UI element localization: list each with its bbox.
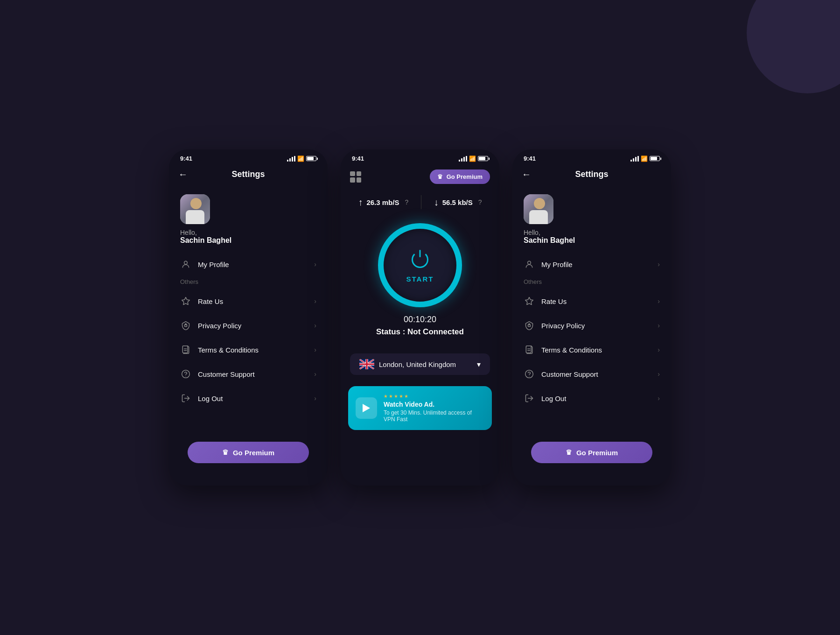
time-middle: 9:41: [352, 155, 364, 162]
terms-label-left: Terms & Conditions: [198, 346, 314, 354]
upload-speed: ↑ 26.3 mb/S ?: [358, 195, 408, 209]
star-5: ★: [404, 394, 408, 399]
settings-title-left: Settings: [231, 169, 265, 179]
shield-icon-left: [180, 320, 191, 331]
profile-section-right: Hello, Sachin Baghel: [512, 187, 671, 252]
go-premium-button-right[interactable]: ♛ Go Premium: [531, 442, 652, 463]
privacy-policy-label-left: Privacy Policy: [198, 322, 314, 330]
chevron-icon-left-profile: ›: [314, 261, 316, 268]
go-premium-label-left: Go Premium: [233, 449, 274, 457]
svg-point-11: [528, 261, 531, 264]
chevron-icon-left-terms: ›: [314, 346, 316, 353]
upload-speed-value: 26.3 mb/S: [366, 198, 399, 206]
my-profile-label-left: My Profile: [198, 261, 314, 268]
svg-rect-15: [526, 346, 531, 353]
wifi-icon-left: 📶: [297, 155, 304, 162]
ad-banner[interactable]: ★ ★ ★ ★ ★ Watch Video Ad. To get 30 Mins…: [348, 386, 492, 430]
settings-header-left: ← Settings: [169, 166, 328, 187]
go-premium-button-left[interactable]: ♛ Go Premium: [188, 442, 309, 463]
dropdown-arrow-icon: ▾: [477, 360, 481, 369]
wifi-icon-right: 📶: [641, 155, 648, 162]
download-speed: ↓ 56.5 kb/S ?: [434, 195, 482, 209]
power-button-inner: START: [406, 248, 434, 283]
my-profile-label-right: My Profile: [541, 261, 658, 268]
menu-item-my-profile-left[interactable]: My Profile ›: [169, 252, 328, 276]
go-premium-label-right: Go Premium: [576, 449, 618, 457]
star-icon-left: [180, 296, 191, 307]
menu-item-support-right[interactable]: Customer Support ›: [512, 362, 671, 386]
others-section-right: Others: [512, 276, 671, 289]
status-icons-right: 📶: [630, 155, 660, 162]
username-right: Sachin Baghel: [524, 236, 575, 245]
svg-marker-1: [182, 297, 190, 305]
go-premium-label-middle: Go Premium: [447, 173, 483, 180]
location-name: London, United Kingdom: [379, 360, 472, 368]
wifi-icon-middle: 📶: [469, 155, 476, 162]
chevron-icon-right-logout: ›: [658, 395, 660, 402]
greeting-right: Hello,: [524, 229, 540, 236]
ad-play-button[interactable]: [356, 397, 377, 419]
menu-item-privacy-right[interactable]: Privacy Policy ›: [512, 313, 671, 338]
menu-item-support-left[interactable]: Customer Support ›: [169, 362, 328, 386]
location-bar[interactable]: London, United Kingdom ▾: [350, 353, 490, 375]
shield-icon-right: [524, 320, 535, 331]
menu-item-rate-us-left[interactable]: Rate Us ›: [169, 289, 328, 313]
back-button-left[interactable]: ←: [178, 169, 188, 180]
star-2: ★: [389, 394, 393, 399]
svg-point-7: [182, 370, 190, 378]
play-triangle-icon: [363, 404, 370, 412]
greeting-left: Hello,: [180, 229, 197, 236]
speed-divider: [421, 195, 421, 209]
right-phone: 9:41 📶 ← Settings: [512, 149, 671, 486]
middle-phone: 9:41 📶: [341, 149, 499, 486]
go-premium-button-middle[interactable]: ♛ Go Premium: [430, 169, 490, 184]
chevron-icon-left-privacy: ›: [314, 322, 316, 329]
chevron-icon-left-support: ›: [314, 370, 316, 378]
logout-icon-right: [524, 393, 535, 404]
svg-point-18: [525, 370, 533, 378]
privacy-policy-label-right: Privacy Policy: [541, 322, 658, 330]
document-icon-right: [524, 344, 535, 355]
terms-label-right: Terms & Conditions: [541, 346, 658, 354]
vpn-power-button[interactable]: START: [378, 223, 462, 307]
crown-icon-middle: ♛: [437, 173, 443, 180]
menu-item-logout-left[interactable]: Log Out ›: [169, 386, 328, 410]
grid-menu-icon[interactable]: [350, 171, 361, 183]
crown-icon-left: ♛: [222, 448, 228, 457]
menu-item-logout-right[interactable]: Log Out ›: [512, 386, 671, 410]
battery-icon-middle: [478, 156, 488, 161]
svg-point-0: [184, 261, 188, 264]
svg-point-14: [529, 324, 530, 325]
profile-section-left: Hello, Sachin Baghel: [169, 187, 328, 252]
vpn-header: ♛ Go Premium: [341, 166, 499, 191]
avatar-left: [180, 194, 210, 224]
chevron-icon-right-terms: ›: [658, 346, 660, 353]
time-right: 9:41: [524, 155, 536, 162]
download-speed-value: 56.5 kb/S: [442, 198, 473, 206]
menu-item-privacy-left[interactable]: Privacy Policy ›: [169, 313, 328, 338]
logout-label-left: Log Out: [198, 395, 314, 402]
status-bar-right: 9:41 📶: [512, 149, 671, 166]
crown-icon-right: ♛: [566, 448, 572, 457]
signal-icon-middle: [459, 156, 467, 162]
settings-title-right: Settings: [575, 169, 608, 179]
document-icon-left: [180, 344, 191, 355]
power-icon: [408, 248, 432, 271]
menu-item-terms-right[interactable]: Terms & Conditions ›: [512, 338, 671, 362]
svg-rect-4: [182, 346, 188, 353]
star-1: ★: [384, 394, 388, 399]
svg-marker-12: [525, 297, 533, 305]
vpn-timer: 00:10:20: [404, 315, 436, 325]
menu-item-rate-us-right[interactable]: Rate Us ›: [512, 289, 671, 313]
left-phone: 9:41 📶 ← Settings: [169, 149, 328, 486]
svg-point-3: [185, 324, 187, 325]
menu-item-terms-left[interactable]: Terms & Conditions ›: [169, 338, 328, 362]
upload-arrow-icon: ↑: [358, 197, 363, 208]
status-bar-left: 9:41 📶: [169, 149, 328, 166]
signal-icon-left: [287, 156, 295, 162]
others-section-left: Others: [169, 276, 328, 289]
chevron-icon-right-profile: ›: [658, 261, 660, 268]
menu-item-my-profile-right[interactable]: My Profile ›: [512, 252, 671, 276]
rate-us-label-left: Rate Us: [198, 297, 314, 305]
back-button-right[interactable]: ←: [522, 169, 531, 180]
